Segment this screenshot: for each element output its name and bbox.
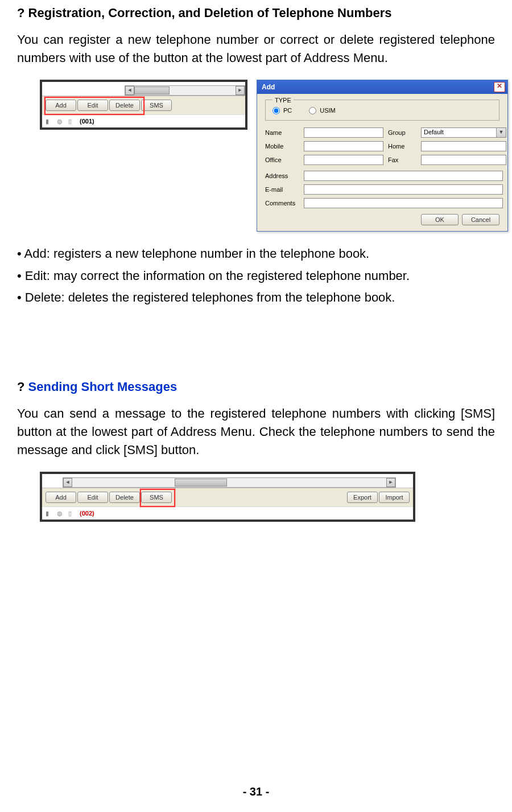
radio-pc-label: PC xyxy=(283,107,292,114)
group-combo[interactable]: Default ▼ xyxy=(421,127,506,138)
comments-field[interactable] xyxy=(304,198,503,208)
sms-button[interactable]: SMS xyxy=(141,492,172,503)
fax-field[interactable] xyxy=(421,155,506,165)
dialog-buttons: OK Cancel xyxy=(265,214,499,225)
section2-title: ? Sending Short Messages xyxy=(17,380,495,394)
delete-button[interactable]: Delete xyxy=(109,492,140,503)
radio-pc[interactable]: PC xyxy=(272,107,292,114)
ok-button[interactable]: OK xyxy=(421,214,459,225)
figure-registration: ◄ ► Add Edit Delete SMS ▮ ◍ ▯ (001) xyxy=(40,80,495,232)
radio-usim-input[interactable] xyxy=(309,107,316,114)
address-toolbar-strip-sms: ◄ ► Add Edit Delete SMS Export Import ▮ … xyxy=(40,472,415,522)
horizontal-scrollbar-2[interactable]: ◄ ► xyxy=(63,477,396,488)
section1-title-text: Registration, Correction, and Deletion o… xyxy=(28,6,392,20)
radio-usim[interactable]: USIM xyxy=(309,107,336,114)
page-number: - 31 - xyxy=(0,785,512,798)
statusbar: ▮ ◍ ▯ (001) xyxy=(42,114,245,127)
section1-title: ? Registration, Correction, and Deletion… xyxy=(17,6,495,20)
list-area-2: ◄ ► xyxy=(42,474,413,488)
dialog-title: Add xyxy=(262,83,275,91)
name-field[interactable] xyxy=(304,127,383,138)
label-comments: Comments xyxy=(265,200,299,207)
group-value: Default xyxy=(422,128,496,137)
toolbar-button-row: Add Edit Delete SMS xyxy=(42,96,245,114)
status-count: (001) xyxy=(80,118,94,125)
scroll-track[interactable] xyxy=(134,86,236,94)
export-button[interactable]: Export xyxy=(347,492,378,503)
home-field[interactable] xyxy=(421,141,506,151)
import-button[interactable]: Import xyxy=(379,492,410,503)
radio-usim-label: USIM xyxy=(320,107,336,114)
globe-icon: ◍ xyxy=(57,118,64,125)
office-field[interactable] xyxy=(304,155,383,165)
mobile-field[interactable] xyxy=(304,141,383,151)
section2-paragraph: You can send a message to the registered… xyxy=(17,405,495,459)
label-group: Group xyxy=(388,129,416,136)
statusbar-2: ▮ ◍ ▯ (002) xyxy=(42,506,413,520)
type-legend: TYPE xyxy=(272,97,294,104)
scroll-thumb[interactable] xyxy=(134,86,170,94)
scroll-right-icon[interactable]: ► xyxy=(386,478,395,487)
scroll-left-icon[interactable]: ◄ xyxy=(125,86,134,95)
label-office: Office xyxy=(265,156,299,163)
bullet-delete: • Delete: deletes the registered telepho… xyxy=(17,289,495,307)
qmark2: ? xyxy=(17,380,24,394)
horizontal-scrollbar[interactable]: ◄ ► xyxy=(125,85,245,96)
address-field[interactable] xyxy=(304,171,503,181)
section1-paragraph: You can register a new telephone number … xyxy=(17,31,495,67)
scroll-track[interactable] xyxy=(72,479,386,487)
signal-icon: ▮ xyxy=(46,510,52,517)
dialog-titlebar[interactable]: Add ✕ xyxy=(257,80,507,94)
email-field[interactable] xyxy=(304,184,503,195)
bullet-edit: • Edit: may correct the information on t… xyxy=(17,267,495,285)
add-dialog: Add ✕ TYPE PC USIM xyxy=(257,80,508,232)
toolbar-button-row-2: Add Edit Delete SMS Export Import xyxy=(42,488,413,506)
sms-button[interactable]: SMS xyxy=(141,100,172,111)
add-button[interactable]: Add xyxy=(46,100,76,111)
page-icon: ▯ xyxy=(68,118,75,125)
section2-title-text: Sending Short Messages xyxy=(28,380,177,394)
scroll-right-icon[interactable]: ► xyxy=(236,86,245,95)
scroll-thumb[interactable] xyxy=(175,479,227,487)
chevron-down-icon[interactable]: ▼ xyxy=(496,128,506,137)
form-grid-1col: Address E-mail Comments xyxy=(265,171,499,208)
delete-button[interactable]: Delete xyxy=(109,100,140,111)
status-count: (002) xyxy=(80,510,94,517)
add-button[interactable]: Add xyxy=(46,492,76,503)
label-email: E-mail xyxy=(265,186,299,193)
scroll-left-icon[interactable]: ◄ xyxy=(63,478,72,487)
bullet-add: • Add: registers a new telephone number … xyxy=(17,245,495,263)
signal-icon: ▮ xyxy=(46,118,52,125)
cancel-button[interactable]: Cancel xyxy=(462,214,499,225)
page-icon: ▯ xyxy=(68,510,75,517)
label-fax: Fax xyxy=(388,156,416,163)
label-home: Home xyxy=(388,143,416,150)
address-toolbar-strip: ◄ ► Add Edit Delete SMS ▮ ◍ ▯ (001) xyxy=(40,80,247,130)
dialog-body: TYPE PC USIM Name xyxy=(257,94,507,231)
close-icon[interactable]: ✕ xyxy=(494,82,505,92)
radio-pc-input[interactable] xyxy=(272,107,280,114)
edit-button[interactable]: Edit xyxy=(77,100,108,111)
type-fieldset: TYPE PC USIM xyxy=(265,100,499,121)
edit-button[interactable]: Edit xyxy=(77,492,108,503)
label-address: Address xyxy=(265,172,299,179)
label-mobile: Mobile xyxy=(265,143,299,150)
qmark: ? xyxy=(17,6,24,20)
form-grid-2col: Name Group Default ▼ Mobile Home Office … xyxy=(265,127,499,165)
label-name: Name xyxy=(265,129,299,136)
list-area: ◄ ► xyxy=(42,82,245,96)
globe-icon: ◍ xyxy=(57,510,64,517)
